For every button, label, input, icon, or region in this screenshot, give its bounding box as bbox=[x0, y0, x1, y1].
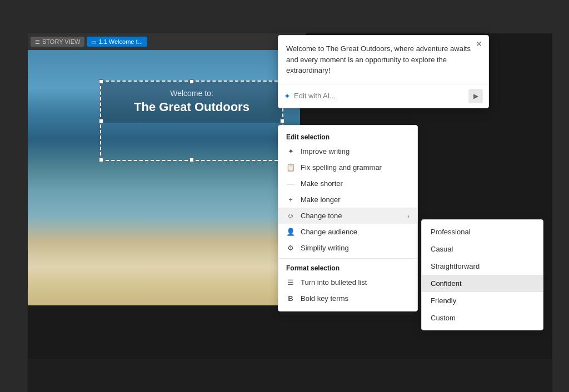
make-longer-item[interactable]: + Make longer bbox=[278, 192, 417, 208]
edit-selection-menu: Edit selection ✦ Improve writing 📋 Fix s… bbox=[278, 125, 418, 311]
ai-popup-close-button[interactable]: ✕ bbox=[474, 39, 484, 49]
change-audience-item[interactable]: 👤 Change audience bbox=[278, 224, 417, 240]
close-icon: ✕ bbox=[476, 39, 482, 48]
make-shorter-icon: — bbox=[286, 179, 295, 188]
ai-popup: ✕ Welcome to The Great Outdoors, where a… bbox=[278, 35, 489, 108]
fix-spelling-icon: 📋 bbox=[286, 163, 295, 172]
fix-spelling-label: Fix spelling and grammar bbox=[301, 163, 410, 172]
ai-popup-text: Welcome to The Great Outdoors, where adv… bbox=[278, 36, 488, 84]
tone-professional[interactable]: Professional bbox=[422, 223, 543, 240]
make-longer-icon: + bbox=[286, 195, 295, 204]
make-shorter-item[interactable]: — Make shorter bbox=[278, 175, 417, 192]
ai-sparkle-icon: ✦ bbox=[284, 92, 291, 100]
tone-custom-label: Custom bbox=[431, 314, 456, 322]
bg-dark-left bbox=[0, 0, 28, 392]
format-section-title: Format selection bbox=[278, 261, 417, 274]
handle-tm bbox=[189, 79, 194, 84]
fix-spelling-item[interactable]: 📋 Fix spelling and grammar bbox=[278, 159, 417, 175]
ai-send-button[interactable]: ▶ bbox=[468, 89, 483, 103]
bg-dark-right bbox=[552, 0, 569, 392]
change-tone-label: Change tone bbox=[301, 212, 402, 220]
tone-confident[interactable]: Confident bbox=[422, 275, 543, 292]
handle-mr bbox=[280, 119, 284, 123]
improve-writing-label: Improve writing bbox=[301, 147, 410, 155]
tone-casual[interactable]: Casual bbox=[422, 240, 543, 258]
change-tone-chevron-icon: › bbox=[407, 213, 410, 219]
make-longer-label: Make longer bbox=[301, 195, 410, 204]
tab-slide-view[interactable]: ▭ 1.1 Welcome t... bbox=[87, 37, 147, 47]
slide-icon: ▭ bbox=[91, 39, 96, 45]
tone-straightforward-label: Straightforward bbox=[431, 262, 480, 270]
bold-terms-label: Bold key terms bbox=[301, 294, 410, 303]
ai-input-row: ✦ ▶ bbox=[278, 84, 488, 108]
handle-tl bbox=[99, 79, 103, 84]
change-audience-icon: 👤 bbox=[286, 228, 295, 236]
slide-label: 1.1 Welcome t... bbox=[98, 38, 142, 45]
make-shorter-label: Make shorter bbox=[301, 179, 410, 188]
handle-bl bbox=[99, 158, 103, 162]
selection-border bbox=[100, 81, 283, 161]
bulleted-list-label: Turn into bulleted list bbox=[301, 278, 410, 287]
tone-friendly[interactable]: Friendly bbox=[422, 292, 543, 309]
tone-straightforward[interactable]: Straightforward bbox=[422, 258, 543, 275]
simplify-writing-item[interactable]: ⚙ Simplify writing bbox=[278, 240, 417, 256]
tone-professional-label: Professional bbox=[431, 228, 471, 236]
change-tone-item[interactable]: ☺ Change tone › bbox=[278, 208, 417, 224]
simplify-writing-label: Simplify writing bbox=[301, 244, 410, 252]
ai-edit-input[interactable] bbox=[294, 92, 465, 100]
slide-image: Welcome to: The Great Outdoors bbox=[28, 50, 300, 305]
bold-terms-icon: B bbox=[286, 294, 295, 303]
handle-bm bbox=[189, 158, 194, 162]
story-view-icon: ☰ bbox=[35, 39, 40, 45]
tone-casual-label: Casual bbox=[431, 245, 453, 253]
bulleted-list-item[interactable]: ☰ Turn into bulleted list bbox=[278, 274, 417, 290]
improve-writing-item[interactable]: ✦ Improve writing bbox=[278, 143, 417, 159]
edit-section-title: Edit selection bbox=[278, 130, 417, 143]
bold-terms-item[interactable]: B Bold key terms bbox=[278, 290, 417, 306]
tone-confident-label: Confident bbox=[431, 279, 462, 288]
send-icon: ▶ bbox=[473, 92, 478, 100]
tabs-bar: ☰ STORY VIEW ▭ 1.1 Welcome t... bbox=[28, 33, 306, 50]
tone-custom[interactable]: Custom bbox=[422, 309, 543, 326]
bulleted-list-icon: ☰ bbox=[286, 278, 295, 287]
simplify-writing-icon: ⚙ bbox=[286, 244, 295, 252]
bg-dark-bottom bbox=[28, 359, 552, 392]
menu-divider bbox=[278, 258, 417, 259]
improve-writing-icon: ✦ bbox=[286, 147, 295, 155]
tone-submenu: Professional Casual Straightforward Conf… bbox=[421, 219, 543, 330]
bg-dark-top bbox=[28, 0, 552, 33]
handle-ml bbox=[99, 119, 103, 123]
change-tone-icon: ☺ bbox=[286, 212, 295, 220]
tab-story-view[interactable]: ☰ STORY VIEW bbox=[31, 37, 84, 47]
change-audience-label: Change audience bbox=[301, 228, 410, 236]
tone-friendly-label: Friendly bbox=[431, 296, 456, 305]
story-view-label: STORY VIEW bbox=[42, 38, 80, 45]
